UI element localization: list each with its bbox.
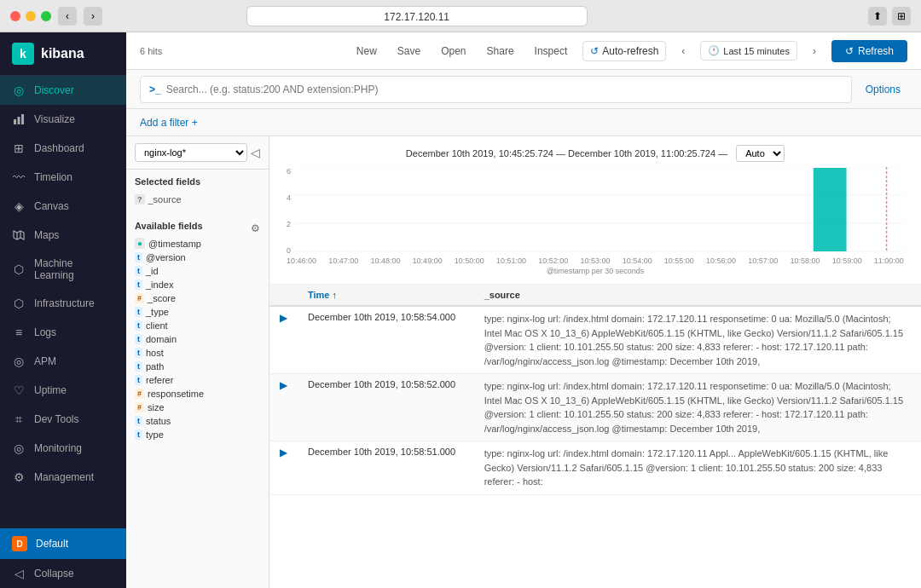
y-label-6: 6 bbox=[287, 167, 291, 176]
field-name: _score bbox=[148, 293, 176, 303]
field-item-_id[interactable]: t_id bbox=[135, 264, 260, 278]
logo-label: kibana bbox=[41, 46, 84, 61]
share-button[interactable]: Share bbox=[482, 42, 519, 61]
back-button[interactable]: ‹ bbox=[58, 7, 77, 26]
sidebar-item-ml[interactable]: ⬡ Machine Learning bbox=[0, 250, 126, 289]
chart-interval-select[interactable]: Auto bbox=[736, 145, 785, 162]
field-name: _type bbox=[146, 307, 169, 317]
sidebar-item-label: Logs bbox=[34, 326, 56, 338]
sidebar-item-monitoring[interactable]: ◎ Monitoring bbox=[0, 434, 126, 463]
sidebar-item-label: Canvas bbox=[34, 200, 69, 212]
field-item-referer[interactable]: treferer bbox=[135, 373, 260, 387]
sidebar-item-infrastructure[interactable]: ⬡ Infrastructure bbox=[0, 289, 126, 318]
selected-fields-section: Selected fields ? _source bbox=[126, 170, 269, 214]
refresh-icon: ↺ bbox=[590, 45, 599, 57]
collapse-icon: ◁ bbox=[12, 567, 26, 580]
save-button[interactable]: Save bbox=[392, 42, 426, 61]
field-item-path[interactable]: tpath bbox=[135, 360, 260, 373]
sidebar-item-label: APM bbox=[34, 355, 56, 367]
sidebar-item-canvas[interactable]: ◈ Canvas bbox=[0, 192, 126, 221]
sidebar-item-logs[interactable]: ≡ Logs bbox=[0, 318, 126, 347]
inspect-button[interactable]: Inspect bbox=[530, 42, 573, 61]
forward-button[interactable]: › bbox=[84, 7, 102, 26]
options-button[interactable]: Options bbox=[859, 80, 907, 99]
field-type: ● bbox=[135, 238, 145, 249]
search-input[interactable] bbox=[166, 84, 843, 95]
time-sort[interactable]: Time bbox=[308, 290, 329, 300]
field-item-@version[interactable]: t@version bbox=[135, 251, 260, 264]
field-item-responsetime[interactable]: #responsetime bbox=[135, 387, 260, 401]
field-item-size[interactable]: #size bbox=[135, 401, 260, 414]
prev-range-button[interactable]: ‹ bbox=[676, 42, 690, 61]
table-row: ▶ December 10th 2019, 10:58:54.000 type:… bbox=[269, 306, 921, 374]
expand-button[interactable]: ▶ bbox=[280, 379, 287, 391]
sidebar-item-label: Infrastructure bbox=[34, 297, 95, 309]
sidebar-item-discover[interactable]: ◎ Discover bbox=[0, 76, 126, 105]
toolbar: 6 hits New Save Open Share Inspect ↺ Aut… bbox=[126, 32, 921, 70]
default-icon: D bbox=[12, 536, 27, 551]
expand-cell: ▶ bbox=[269, 441, 298, 495]
search-prompt: >_ bbox=[149, 84, 161, 95]
chart-header: December 10th 2019, 10:45:25.724 — Decem… bbox=[287, 145, 904, 162]
time-range-button[interactable]: 🕐 Last 15 minutes bbox=[700, 41, 797, 61]
selected-field-source[interactable]: ? _source bbox=[135, 192, 260, 207]
field-item-_type[interactable]: t_type bbox=[135, 305, 260, 319]
sidebar-item-label: Management bbox=[34, 471, 94, 483]
selected-fields-header: Selected fields bbox=[135, 176, 260, 187]
traffic-lights bbox=[10, 11, 51, 21]
field-item-client[interactable]: tclient bbox=[135, 319, 260, 332]
index-pattern-select[interactable]: nginx-log* bbox=[135, 143, 247, 162]
field-item-_index[interactable]: t_index bbox=[135, 278, 260, 291]
source-cell: type: nginx-log url: /index.html domain:… bbox=[474, 306, 921, 374]
url-bar[interactable]: 172.17.120.11 bbox=[246, 6, 588, 26]
app: k kibana ◎ Discover Visualize ⊞ Dashboar… bbox=[0, 32, 921, 588]
expand-button[interactable]: ▶ bbox=[280, 312, 287, 324]
refresh-button[interactable]: ↺ Refresh bbox=[831, 40, 907, 62]
expand-cell: ▶ bbox=[269, 374, 298, 441]
field-type: t bbox=[135, 307, 142, 317]
sidebar-item-visualize[interactable]: Visualize bbox=[0, 105, 126, 134]
sidebar-item-timelion[interactable]: 〰 Timelion bbox=[0, 163, 126, 192]
results-tbody: ▶ December 10th 2019, 10:58:54.000 type:… bbox=[269, 306, 921, 494]
sidebar-item-dashboard[interactable]: ⊞ Dashboard bbox=[0, 134, 126, 163]
field-name: _source bbox=[148, 194, 182, 205]
add-filter-button[interactable]: Add a filter + bbox=[140, 117, 198, 129]
field-item-type[interactable]: ttype bbox=[135, 428, 260, 441]
auto-refresh-button[interactable]: ↺ Auto-refresh bbox=[582, 41, 666, 61]
expand-button[interactable]: ▶ bbox=[280, 447, 287, 458]
panel-collapse-button[interactable]: ◁ bbox=[251, 146, 260, 159]
fields-gear-button[interactable]: ⚙ bbox=[251, 222, 260, 234]
close-traffic-light[interactable] bbox=[10, 11, 20, 21]
sidebar-item-label: Dev Tools bbox=[34, 413, 78, 425]
chart-subtitle: @timestamp per 30 seconds bbox=[287, 267, 904, 275]
apm-icon: ◎ bbox=[12, 355, 26, 368]
maximize-traffic-light[interactable] bbox=[41, 11, 51, 21]
devtools-icon: ⌗ bbox=[12, 412, 26, 426]
share-button[interactable]: ⬆ bbox=[868, 7, 887, 26]
sidebar-item-collapse[interactable]: ◁ Collapse bbox=[0, 559, 126, 588]
field-item-status[interactable]: tstatus bbox=[135, 414, 260, 428]
field-type-question: ? bbox=[135, 194, 145, 205]
sidebar-item-uptime[interactable]: ♡ Uptime bbox=[0, 376, 126, 405]
sidebar-item-maps[interactable]: Maps bbox=[0, 221, 126, 250]
open-button[interactable]: Open bbox=[436, 42, 471, 61]
field-item-@timestamp[interactable]: ●@timestamp bbox=[135, 236, 260, 251]
sidebar-item-management[interactable]: ⚙ Management bbox=[0, 463, 126, 492]
time-col-header[interactable]: Time ↑ bbox=[298, 285, 474, 306]
sidebar-item-devtools[interactable]: ⌗ Dev Tools bbox=[0, 405, 126, 434]
new-button[interactable]: New bbox=[351, 42, 382, 61]
results-area[interactable]: Time ↑ _source ▶ December 10th 2019, 10:… bbox=[269, 285, 921, 588]
sidebar-item-apm[interactable]: ◎ APM bbox=[0, 347, 126, 376]
refresh-label: Refresh bbox=[858, 45, 894, 57]
new-tab-button[interactable]: ⊞ bbox=[892, 7, 911, 26]
minimize-traffic-light[interactable] bbox=[26, 11, 36, 21]
field-item-domain[interactable]: tdomain bbox=[135, 332, 260, 346]
sidebar-item-default[interactable]: D Default bbox=[0, 528, 126, 559]
sidebar-item-label: Maps bbox=[34, 229, 59, 241]
field-item-_score[interactable]: #_score bbox=[135, 291, 260, 305]
expand-col-header bbox=[269, 285, 298, 306]
next-range-button[interactable]: › bbox=[808, 42, 821, 61]
field-item-host[interactable]: thost bbox=[135, 346, 260, 360]
auto-refresh-label: Auto-refresh bbox=[602, 45, 658, 57]
monitoring-icon: ◎ bbox=[12, 441, 26, 455]
